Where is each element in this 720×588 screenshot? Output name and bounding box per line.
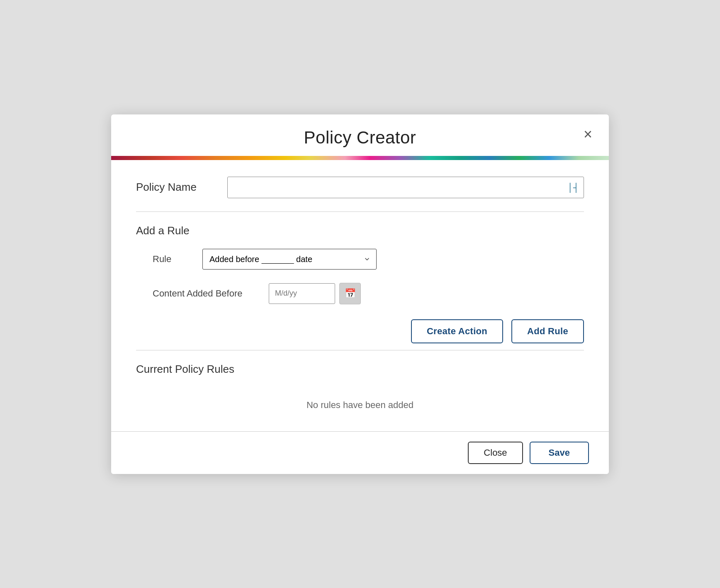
rule-row: Rule Added before _______ date Added aft… <box>153 249 584 270</box>
add-rule-section: Add a Rule Rule Added before _______ dat… <box>136 224 584 343</box>
policy-name-row: Policy Name │┤ <box>136 177 584 198</box>
policy-name-wrapper: │┤ <box>227 177 584 198</box>
footer-close-button[interactable]: Close <box>468 442 523 464</box>
content-added-row: Content Added Before 📅 <box>153 283 584 304</box>
add-rule-button[interactable]: Add Rule <box>511 319 584 343</box>
action-buttons-row: Create Action Add Rule <box>136 319 584 343</box>
divider-2 <box>136 350 584 350</box>
divider-1 <box>136 211 584 212</box>
dialog-body: Policy Name │┤ Add a Rule Rule Added bef… <box>111 160 609 431</box>
policy-name-input[interactable] <box>227 177 584 198</box>
add-rule-title: Add a Rule <box>136 224 584 237</box>
policy-name-icon: │┤ <box>568 182 579 192</box>
create-action-button[interactable]: Create Action <box>411 319 503 343</box>
date-input[interactable] <box>269 283 335 304</box>
close-icon-button[interactable]: × <box>584 127 592 142</box>
rule-label: Rule <box>153 254 202 265</box>
policy-name-label: Policy Name <box>136 181 227 194</box>
dialog-header: Policy Creator × <box>111 114 609 156</box>
dialog-title: Policy Creator <box>304 128 416 148</box>
current-rules-section: Current Policy Rules No rules have been … <box>136 363 584 415</box>
current-rules-title: Current Policy Rules <box>136 363 584 376</box>
no-rules-message: No rules have been added <box>136 387 584 415</box>
footer-save-button[interactable]: Save <box>530 442 589 464</box>
rule-select[interactable]: Added before _______ date Added after __… <box>202 249 377 270</box>
rainbow-bar <box>111 156 609 160</box>
calendar-icon: 📅 <box>345 288 356 299</box>
content-added-label: Content Added Before <box>153 288 269 299</box>
dialog-footer: Close Save <box>111 431 609 474</box>
calendar-button[interactable]: 📅 <box>339 283 361 304</box>
policy-creator-dialog: Policy Creator × Policy Name │┤ Add a Ru… <box>111 114 609 474</box>
